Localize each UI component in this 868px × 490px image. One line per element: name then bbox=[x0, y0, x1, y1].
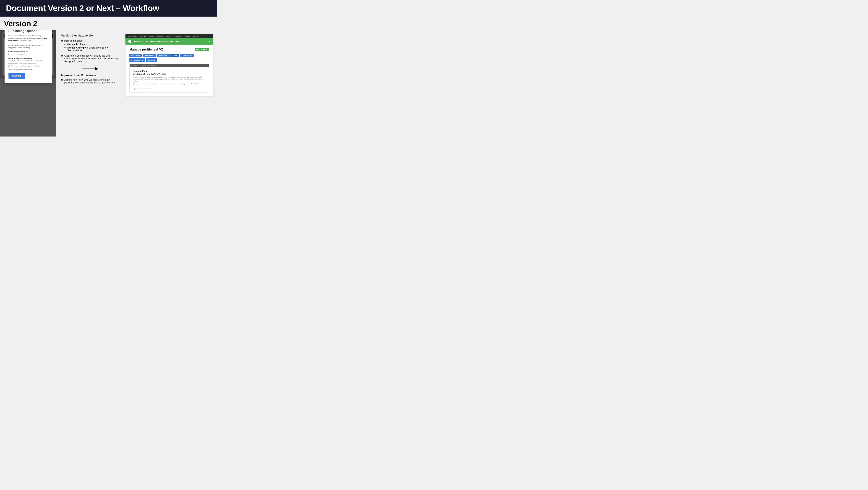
confirm-text: Are you sure you want to continue? bbox=[8, 69, 48, 71]
sub-bullet-circle-1 bbox=[64, 43, 65, 45]
doc-preview-paragraph-2: This document provides a structured appr… bbox=[133, 83, 206, 87]
bullet-popup-content: Pop-up displays: Manage Profiles Manuall… bbox=[64, 39, 119, 53]
page-title: Document Version 2 or Next – Workflow bbox=[6, 4, 211, 13]
sub-bullet-list: Manage Profiles Manually Assigned Users … bbox=[64, 43, 119, 52]
edit-details-button[interactable]: Edit Details bbox=[129, 54, 142, 57]
bullet-dot-2 bbox=[61, 55, 63, 57]
nav-help[interactable]: Help bbox=[185, 35, 190, 37]
nav-documents[interactable]: Documents bbox=[128, 35, 137, 37]
arrow-row bbox=[61, 66, 119, 72]
version-label: Version 2 bbox=[4, 20, 213, 28]
main-content: Ne... Edit DRAFT × Publishing Options Yo… bbox=[0, 30, 217, 136]
improved-bullet-text: Admins now know who will receive the new… bbox=[64, 79, 119, 84]
nav-signout[interactable]: Sign Out bbox=[193, 35, 200, 37]
nav-account[interactable]: Account bbox=[176, 35, 183, 37]
download-pdf-button[interactable]: Download Pdf bbox=[180, 54, 194, 57]
sub-bullet-manual-users: Manually Assigned Users previously distr… bbox=[64, 47, 119, 52]
version-callout-heading: Version 2 or Next Version: bbox=[61, 34, 119, 37]
published-label: PUBLISHED bbox=[196, 49, 205, 51]
arrow-icon bbox=[83, 66, 98, 72]
bullet-dot-1 bbox=[61, 40, 63, 42]
sub-bullet-manage-profiles: Manage Profiles bbox=[64, 43, 119, 46]
result-body: Manage profile test V2 PUBLISHED ✉ Edit … bbox=[125, 44, 213, 96]
toolbar-icons: ⊕ ⊕ ⊞ 1 of 3 — + Automatic Zoom ▾ ⤢ ⊠ ⊡ … bbox=[131, 65, 157, 66]
publish-result-button[interactable]: Publish bbox=[169, 54, 179, 57]
doc-preview-subtitle: Introduction: How to Use This Template bbox=[133, 73, 206, 75]
compare-button[interactable]: Compare bbox=[146, 58, 157, 62]
nav-cases[interactable]: Cases bbox=[157, 35, 163, 37]
header-banner: Document Version 2 or Next – Workflow bbox=[0, 0, 217, 17]
edit-content-button[interactable]: Edit Content bbox=[143, 54, 156, 57]
publishing-options-modal: × Publishing Options You have created a … bbox=[4, 30, 52, 83]
acknowledge-checkbox-row: Ask them to acknowledge again after publ… bbox=[8, 65, 48, 67]
document-preview: ⊕ ⊕ ⊞ 1 of 3 — + Automatic Zoom ▾ ⤢ ⊠ ⊡ … bbox=[129, 64, 209, 93]
nav-track[interactable]: Track bbox=[149, 35, 154, 37]
distribution-profiles: RL TEST US Employee bbox=[8, 54, 48, 55]
doc-preview-paragraph-1: While former employees are an increasing… bbox=[133, 76, 206, 82]
result-action-buttons: Edit Details Edit Content Re-Upload Publ… bbox=[129, 54, 209, 62]
re-upload-button[interactable]: Re-Upload bbox=[157, 54, 169, 57]
success-message: Document was successfully published and … bbox=[133, 40, 207, 42]
success-check-icon bbox=[128, 40, 131, 43]
left-panel-inner: Ne... Edit DRAFT × Publishing Options Yo… bbox=[0, 30, 56, 78]
nav-library[interactable]: Library bbox=[140, 35, 146, 37]
improved-bullet-1: Admins now know who will receive the new… bbox=[61, 79, 119, 84]
download-docx-button[interactable]: Download Docx bbox=[129, 58, 145, 62]
bullet-see-full-list: Clicking on See full list will display t… bbox=[61, 55, 119, 63]
result-doc-header: Manage profile test V2 PUBLISHED ✉ bbox=[129, 48, 209, 51]
publish-button[interactable]: Publish bbox=[8, 72, 25, 79]
doc-preview-item-1: Application and selection criteria bbox=[133, 88, 206, 90]
success-notification-bar: Document was successfully published and … bbox=[125, 38, 213, 44]
acknowledge-italic-text: One person has acknowledged this documen… bbox=[8, 63, 48, 64]
bullet-see-full-list-content: Clicking on See full list will display t… bbox=[64, 55, 119, 63]
right-panel: Documents Library Track Cases Reports Ac… bbox=[123, 30, 217, 100]
dist-profiles-label: DISTRIBUTION PROFILES bbox=[8, 51, 48, 53]
result-nav-bar: Documents Library Track Cases Reports Ac… bbox=[125, 34, 213, 38]
sub-bullet-circle-2 bbox=[64, 47, 65, 48]
modal-close-button[interactable]: × bbox=[47, 30, 50, 30]
sub-bullet-label-1: Manage Profiles bbox=[67, 43, 85, 46]
profile-2: US Employee bbox=[17, 54, 26, 55]
modal-title: Publishing Options bbox=[8, 30, 48, 33]
result-doc-title: Manage profile test V2 bbox=[129, 48, 163, 51]
published-badge: PUBLISHED ✉ bbox=[195, 48, 209, 51]
send-icon: ✉ bbox=[206, 49, 207, 51]
callout-bullet-list: Pop-up displays: Manage Profiles Manuall… bbox=[61, 39, 119, 63]
manual-assignments-label: MANUAL USER ASSIGNMENTS bbox=[8, 57, 48, 59]
popup-label: Pop-up displays: bbox=[64, 39, 84, 42]
acknowledge-checkbox-label: Ask them to acknowledge again after publ… bbox=[11, 65, 41, 67]
profile-1: RL TEST bbox=[8, 54, 15, 55]
manual-assignments-text: There are no manual user assignments for… bbox=[8, 60, 48, 61]
left-panel: Ne... Edit DRAFT × Publishing Options Yo… bbox=[0, 30, 56, 136]
modal-body-description: You have created a new version of an exi… bbox=[8, 35, 48, 49]
doc-preview-doc-title: Rehiring Policy bbox=[133, 70, 206, 72]
success-close-icon[interactable]: × bbox=[209, 40, 210, 43]
modal-overlay: × Publishing Options You have created a … bbox=[0, 30, 56, 78]
doc-preview-toolbar: ⊕ ⊕ ⊞ 1 of 3 — + Automatic Zoom ▾ ⤢ ⊠ ⊡ … bbox=[130, 64, 209, 67]
doc-preview-body: Rehiring Policy Introduction: How to Use… bbox=[130, 67, 209, 92]
middle-panel: Version 2 or Next Version: Pop-up displa… bbox=[56, 30, 123, 91]
svg-marker-1 bbox=[95, 67, 98, 70]
bullet-dot-3 bbox=[61, 79, 63, 81]
improved-heading: Improved User Experience: bbox=[61, 74, 119, 77]
improved-bullet-list: Admins now know who will receive the new… bbox=[61, 79, 119, 84]
acknowledge-checkbox[interactable] bbox=[8, 65, 10, 67]
nav-reports[interactable]: Reports bbox=[166, 35, 173, 37]
bullet-popup: Pop-up displays: Manage Profiles Manuall… bbox=[61, 39, 119, 53]
sub-bullet-label-2: Manually Assigned Users previously distr… bbox=[67, 47, 119, 52]
result-screenshot: Documents Library Track Cases Reports Ac… bbox=[125, 34, 213, 96]
version-title-section: Version 2 bbox=[0, 17, 217, 30]
